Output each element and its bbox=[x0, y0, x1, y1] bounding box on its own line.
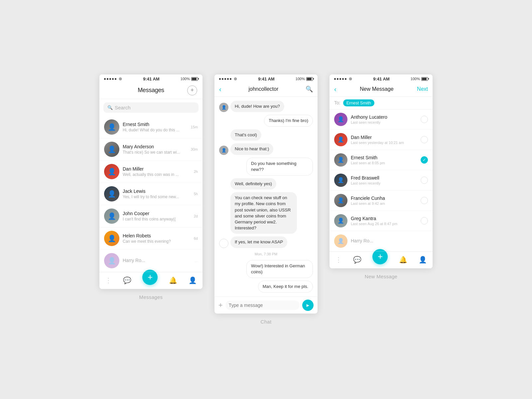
messages-bottom-nav: ⋮ 💬 + 🔔 👤 bbox=[99, 272, 202, 289]
status-time-chat: 9:41 AM bbox=[258, 76, 274, 81]
grid-icon[interactable]: ⋮ bbox=[105, 276, 112, 284]
message-row: 👤 Nice to hear that:) bbox=[219, 143, 313, 155]
msg-preview: I can't find this coins anyway(( bbox=[123, 217, 191, 221]
signal-dot-5 bbox=[345, 78, 346, 80]
chat-screen-label: Chat bbox=[261, 319, 272, 325]
chat-phone: ⊛ 9:41 AM 100% ‹ johncollector 🔍 👤 Hi, d… bbox=[214, 74, 318, 314]
avatar: 👤 bbox=[334, 174, 347, 187]
message-row: You can check new stuff on my profile. N… bbox=[219, 192, 313, 234]
msg-content: Jack Lewis Yes, I will try to find some … bbox=[123, 189, 191, 199]
status-time-messages: 9:41 AM bbox=[143, 76, 159, 81]
list-item[interactable]: 👤 Dan Miller Well, actually this coin wa… bbox=[99, 161, 202, 183]
sender-avatar-empty bbox=[219, 239, 228, 248]
msg-content: Dan Miller Well, actually this coin was … bbox=[123, 166, 191, 177]
signal-dot-2 bbox=[337, 78, 338, 80]
msg-name: Jack Lewis bbox=[123, 189, 191, 194]
messages-search-bar[interactable]: 🔍 Search bbox=[103, 102, 199, 113]
contact-select[interactable] bbox=[421, 136, 428, 143]
new-message-bottom-nav: ⋮ 💬 + 🔔 👤 bbox=[330, 251, 433, 268]
msg-time: 2h bbox=[194, 170, 198, 174]
chat-bubble: Nice to hear that:) bbox=[230, 143, 273, 155]
msg-preview: Hi, dude! What do you do this ... bbox=[123, 128, 188, 132]
chat-icon[interactable]: 💬 bbox=[123, 276, 131, 284]
next-button[interactable]: Next bbox=[417, 86, 428, 92]
msg-preview: Well, actually this coin was in ... bbox=[123, 172, 191, 177]
battery-fill-chat bbox=[307, 78, 312, 80]
messages-screen-label: Messages bbox=[139, 294, 163, 300]
attachment-button[interactable]: + bbox=[218, 301, 223, 310]
contact-select-checked[interactable]: ✓ bbox=[421, 156, 428, 164]
back-button[interactable]: ‹ bbox=[219, 85, 221, 93]
signal-dot-3 bbox=[109, 78, 111, 80]
contact-info: Ernest Smith Last seen at 8:05 pm bbox=[351, 155, 417, 165]
status-time-nm: 9:41 AM bbox=[373, 76, 389, 81]
new-message-status-bar: ⊛ 9:41 AM 100% bbox=[330, 74, 433, 83]
new-message-title: New Message bbox=[360, 86, 393, 92]
signal-dot-4 bbox=[342, 78, 344, 80]
screens-container: ⊛ 9:41 AM 100% Messages + 🔍 Search bbox=[86, 48, 446, 351]
contact-select[interactable] bbox=[421, 177, 428, 184]
chat-input-bar: + ► bbox=[214, 297, 318, 314]
msg-name: Helen Robets bbox=[123, 233, 191, 238]
grid-icon-nm[interactable]: ⋮ bbox=[335, 256, 342, 264]
timestamp-label: Mon, 7:38 PM bbox=[219, 252, 313, 256]
signal-dots: ⊛ bbox=[104, 76, 122, 81]
message-row: Man, Keep it for me pls. bbox=[219, 281, 313, 293]
contact-select[interactable] bbox=[421, 217, 428, 224]
new-message-screen-wrapper: ⊛ 9:41 AM 100% ‹ New Message Next To: Er… bbox=[330, 74, 433, 279]
msg-time: 30m bbox=[191, 147, 198, 151]
signal-dots-nm: ⊛ bbox=[334, 76, 352, 81]
msg-time: 15m bbox=[191, 125, 198, 129]
contact-select[interactable] bbox=[421, 116, 428, 123]
to-tag[interactable]: Ernest Smith bbox=[343, 99, 374, 106]
messages-status-bar: ⊛ 9:41 AM 100% bbox=[99, 74, 202, 83]
contact-select[interactable] bbox=[421, 197, 428, 204]
chat-bubble: Man, Keep it for me pls. bbox=[258, 281, 313, 293]
bell-icon-nm[interactable]: 🔔 bbox=[399, 256, 407, 264]
status-right-chat: 100% bbox=[296, 77, 313, 81]
back-button-nm[interactable]: ‹ bbox=[334, 85, 336, 93]
chat-icon-nm[interactable]: 💬 bbox=[353, 256, 361, 264]
contact-item[interactable]: 👤 Ernest Smith Last seen at 8:05 pm ✓ bbox=[330, 150, 433, 170]
contact-name: Anthony Lucatero bbox=[351, 114, 417, 120]
message-row: Do you have something new?? bbox=[219, 158, 313, 176]
list-item[interactable]: 👤 Ernest Smith Hi, dude! What do you do … bbox=[99, 116, 202, 138]
list-item[interactable]: 👤 John Cooper I can't find this coins an… bbox=[99, 205, 202, 227]
battery-icon-chat bbox=[306, 77, 313, 81]
message-row: 👤 Hi, dude! How are you? bbox=[219, 101, 313, 112]
contact-info: Dan Miller Last seen yesterday at 10:21 … bbox=[351, 135, 417, 145]
contact-item[interactable]: 👤 Fred Braswell Last seen recently bbox=[330, 170, 433, 191]
avatar: 👤 bbox=[334, 153, 347, 167]
battery-percent-messages: 100% bbox=[181, 77, 190, 81]
signal-dots-chat: ⊛ bbox=[219, 76, 237, 81]
list-item[interactable]: 👤 Helen Robets Can we meet this evening?… bbox=[99, 227, 202, 250]
contact-status: Last seen Aug 26 at 8:47 pm bbox=[351, 222, 417, 226]
bell-icon[interactable]: 🔔 bbox=[169, 276, 177, 284]
msg-time: 6d bbox=[194, 236, 198, 240]
avatar: 👤 bbox=[334, 113, 347, 126]
contact-item[interactable]: 👤 Harry Ro... bbox=[330, 231, 433, 251]
chat-bubble: That's cool) bbox=[230, 129, 261, 141]
contact-item[interactable]: 👤 Greg Kantra Last seen Aug 26 at 8:47 p… bbox=[330, 211, 433, 231]
chat-title: johncollector bbox=[248, 86, 278, 92]
list-item[interactable]: 👤 Mary Anderson That's nice) So we can s… bbox=[99, 138, 202, 161]
compose-button[interactable]: + bbox=[187, 85, 197, 95]
battery-fill-messages bbox=[192, 78, 197, 80]
contact-item[interactable]: 👤 Dan Miller Last seen yesterday at 10:2… bbox=[330, 130, 433, 150]
battery-percent-nm: 100% bbox=[411, 77, 420, 81]
contact-item[interactable]: 👤 Franciele Cunha Last seen at 9:42 am bbox=[330, 191, 433, 211]
list-item[interactable]: 👤 Harry Ro... ... bbox=[99, 250, 202, 272]
message-input[interactable] bbox=[225, 301, 300, 310]
profile-icon[interactable]: 👤 bbox=[189, 276, 197, 284]
message-row: Thanks) I'm fine bro) bbox=[219, 115, 313, 127]
profile-icon-nm[interactable]: 👤 bbox=[419, 256, 427, 264]
signal-dot-1 bbox=[104, 78, 106, 80]
contact-item[interactable]: 👤 Anthony Lucatero Last seen recently bbox=[330, 109, 433, 130]
wifi-icon: ⊛ bbox=[119, 76, 122, 81]
search-button-chat[interactable]: 🔍 bbox=[306, 85, 313, 93]
list-item[interactable]: 👤 Jack Lewis Yes, I will try to find som… bbox=[99, 183, 202, 205]
avatar: 👤 bbox=[104, 208, 119, 224]
contact-name: Franciele Cunha bbox=[351, 196, 417, 201]
send-button[interactable]: ► bbox=[302, 300, 314, 311]
wifi-icon-chat: ⊛ bbox=[234, 76, 237, 81]
